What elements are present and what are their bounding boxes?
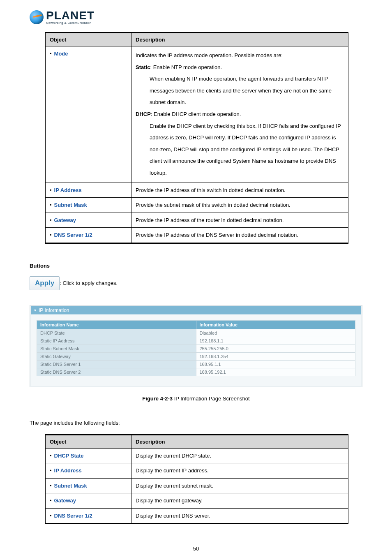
figure-label: Figure 4-2-3 [142, 395, 173, 402]
object-label: Mode [54, 51, 68, 57]
col-object: Object [46, 435, 131, 448]
object-description-table-1: Object Description •Mode Indicates the I… [45, 32, 348, 244]
object-description: Provide the IP address of the DNS Server… [131, 228, 348, 243]
info-value: 168.95.192.1 [196, 368, 355, 376]
dhcp-detail: Enable the DHCP client by checking this … [136, 120, 344, 179]
brand-name: PLANET [46, 10, 95, 21]
object-label: IP Address [54, 187, 82, 193]
mode-intro: Indicates the IP address mode operation.… [136, 52, 283, 58]
table-row: •Subnet Mask Provide the subnet mask of … [46, 198, 348, 213]
panel-title: IP Information [39, 308, 69, 313]
static-suffix: : Enable NTP mode operation. [150, 64, 222, 70]
object-label: DHCP State [54, 453, 84, 459]
table-row: •DNS Server 1/2 Provide the IP address o… [46, 228, 348, 243]
figure-text: IP Information Page Screenshot [173, 395, 250, 402]
object-label: Gateway [54, 217, 76, 223]
info-name: DHCP State [37, 329, 196, 337]
info-name: Static Subnet Mask [37, 345, 196, 352]
object-description: Display the current DNS server. [131, 508, 348, 524]
apply-button[interactable]: Apply [30, 276, 60, 290]
ip-information-panel: ▾ IP Information Information Name Inform… [30, 305, 362, 387]
info-name: Static Gateway [37, 352, 196, 360]
info-value: 192.168.1.1 [196, 337, 355, 345]
object-label: Subnet Mask [54, 483, 87, 489]
table-row: •DHCP State Display the current DHCP sta… [46, 448, 348, 463]
info-value: 192.168.1.254 [196, 352, 355, 360]
table-row: •Gateway Provide the IP address of the r… [46, 213, 348, 228]
object-description-table-2: Object Description •DHCP State Display t… [45, 434, 348, 525]
table-row: DHCP StateDisabled [37, 329, 355, 337]
table-row: Static DNS Server 2168.95.192.1 [37, 368, 355, 376]
col-description: Description [131, 33, 348, 46]
static-detail: When enabling NTP mode operation, the ag… [136, 73, 344, 109]
col-info-value: Information Value [196, 320, 355, 329]
static-label: Static [136, 64, 150, 70]
brand-logo: PLANET Networking & Communication [30, 10, 362, 25]
info-value: 168.95.1.1 [196, 360, 355, 368]
dhcp-label: DHCP [136, 111, 151, 117]
info-name: Static IP Address [37, 337, 196, 345]
table-row: •IP Address Provide the IP address of th… [46, 183, 348, 198]
table-row: •Subnet Mask Display the current subnet … [46, 478, 348, 493]
intro-line: The page includes the following fields: [30, 420, 362, 426]
table-row: Static DNS Server 1168.95.1.1 [37, 360, 355, 368]
object-description: Provide the subnet mask of this switch i… [131, 198, 348, 213]
dhcp-suffix: : Enable DHCP client mode operation. [151, 111, 241, 117]
col-object: Object [46, 33, 131, 46]
info-name: Static DNS Server 1 [37, 360, 196, 368]
info-name: Static DNS Server 2 [37, 368, 196, 376]
object-label: Gateway [54, 497, 76, 504]
col-info-name: Information Name [37, 320, 196, 329]
object-description: Display the current IP address. [131, 463, 348, 479]
object-description: Display the current subnet mask. [131, 478, 348, 493]
info-value: 255.255.255.0 [196, 345, 355, 352]
page-number: 50 [30, 546, 362, 552]
ip-information-table: Information Name Information Value DHCP … [37, 320, 355, 376]
object-description: Provide the IP address of this switch in… [131, 183, 348, 198]
table-row: •DNS Server 1/2 Display the current DNS … [46, 508, 348, 524]
figure-caption: Figure 4-2-3 IP Information Page Screens… [30, 395, 362, 402]
table-row: Static Gateway192.168.1.254 [37, 352, 355, 360]
col-description: Description [131, 435, 348, 448]
object-label: Subnet Mask [54, 202, 87, 208]
panel-header[interactable]: ▾ IP Information [31, 306, 361, 314]
object-description: Provide the IP address of the router in … [131, 213, 348, 228]
table-row: •IP Address Display the current IP addre… [46, 463, 348, 479]
object-description: Display the current DHCP state. [131, 448, 348, 463]
object-label: DNS Server 1/2 [54, 232, 92, 238]
table-row: Static IP Address192.168.1.1 [37, 337, 355, 345]
buttons-heading: Buttons [30, 263, 362, 269]
object-label: DNS Server 1/2 [54, 513, 92, 519]
chevron-down-icon: ▾ [34, 308, 36, 312]
object-description: Display the current gateway. [131, 493, 348, 509]
table-row: •Mode Indicates the IP address mode oper… [46, 46, 348, 183]
apply-caption: : Click to apply changes. [60, 280, 118, 286]
globe-icon [30, 10, 44, 24]
table-row: Static Subnet Mask255.255.255.0 [37, 345, 355, 352]
brand-tagline: Networking & Communication [46, 21, 95, 25]
info-value: Disabled [196, 329, 355, 337]
table-row: •Gateway Display the current gateway. [46, 493, 348, 509]
object-label: IP Address [54, 467, 82, 474]
